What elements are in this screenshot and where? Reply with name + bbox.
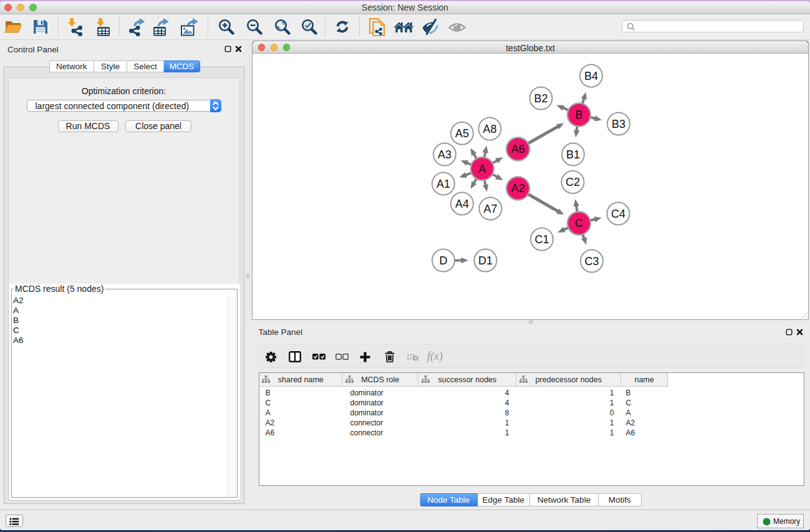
svg-text:A5: A5 <box>455 127 469 140</box>
svg-text:A7: A7 <box>483 203 497 215</box>
svg-text:A2: A2 <box>511 182 525 195</box>
svg-text:C4: C4 <box>611 208 625 220</box>
svg-text:C1: C1 <box>534 233 549 246</box>
svg-text:D: D <box>440 254 448 267</box>
svg-text:B3: B3 <box>612 118 625 130</box>
svg-text:C: C <box>575 217 583 230</box>
svg-text:B2: B2 <box>534 92 547 105</box>
svg-text:C3: C3 <box>584 255 599 268</box>
svg-text:C2: C2 <box>566 176 580 188</box>
svg-text:B: B <box>575 109 582 121</box>
svg-text:A4: A4 <box>455 198 469 210</box>
svg-text:A6: A6 <box>511 143 525 155</box>
svg-text:A1: A1 <box>436 178 450 190</box>
svg-text:B1: B1 <box>566 148 580 161</box>
svg-text:A8: A8 <box>483 123 496 135</box>
svg-text:A: A <box>478 163 486 175</box>
svg-text:D1: D1 <box>478 254 493 267</box>
svg-text:B4: B4 <box>584 70 598 82</box>
svg-text:A3: A3 <box>438 148 451 161</box>
